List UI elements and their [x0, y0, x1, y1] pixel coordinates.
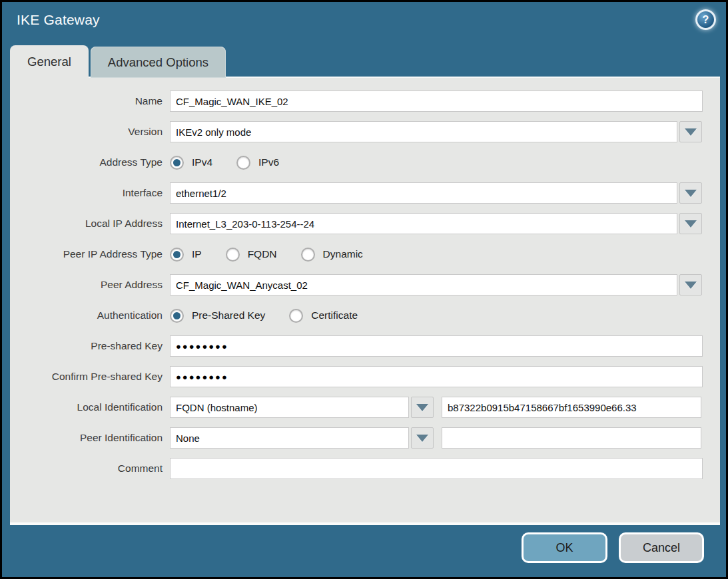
local-identification-value-input[interactable]: b87322b0915b47158667bf1653990e66.33 — [442, 397, 701, 418]
row-interface: Interface ethernet1/2 — [10, 182, 720, 204]
peer-ip-address-type-radio-group: IP FQDN Dynamic — [170, 248, 363, 262]
row-version: Version IKEv2 only mode — [10, 121, 720, 142]
address-type-radio-group: IPv4 IPv6 — [170, 156, 279, 170]
row-authentication: Authentication Pre-Shared Key Certificat… — [10, 305, 720, 326]
radio-dynamic[interactable]: Dynamic — [301, 248, 363, 262]
radio-unselected-icon — [289, 309, 303, 323]
dropdown-arrow-icon — [685, 282, 697, 289]
preshared-key-label: Pre-shared Key — [10, 340, 170, 352]
peer-ip-address-type-label: Peer IP Address Type — [10, 248, 170, 260]
authentication-radio-group: Pre-Shared Key Certificate — [170, 309, 358, 323]
peer-identification-type-select[interactable]: None — [170, 427, 409, 449]
radio-selected-icon — [170, 248, 184, 262]
ok-button[interactable]: OK — [522, 532, 607, 563]
radio-ipv6[interactable]: IPv6 — [236, 156, 279, 170]
authentication-label: Authentication — [10, 309, 170, 321]
local-ip-address-combo: Internet_L3_203-0-113-254--24 — [170, 213, 702, 234]
dropdown-arrow-icon — [416, 404, 428, 411]
local-ip-address-label: Local IP Address — [10, 218, 170, 230]
local-identification-type-select[interactable]: FQDN (hostname) — [170, 397, 409, 418]
dropdown-arrow-icon — [416, 435, 428, 442]
row-preshared-key: Pre-shared Key ●●●●●●●● — [10, 335, 720, 357]
peer-identification-type-combo: None — [170, 427, 434, 449]
radio-ip[interactable]: IP — [170, 248, 202, 262]
radio-unselected-icon — [226, 248, 240, 262]
interface-dropdown-button[interactable] — [679, 182, 702, 204]
local-ip-address-dropdown-button[interactable] — [679, 213, 702, 234]
version-label: Version — [10, 126, 170, 138]
interface-input[interactable]: ethernet1/2 — [170, 182, 677, 204]
row-local-ip-address: Local IP Address Internet_L3_203-0-113-2… — [10, 213, 720, 234]
interface-label: Interface — [10, 187, 170, 199]
local-identification-dropdown-button[interactable] — [411, 397, 434, 418]
dropdown-arrow-icon — [685, 220, 697, 228]
version-input[interactable]: IKEv2 only mode — [170, 121, 677, 142]
interface-combo: ethernet1/2 — [170, 182, 702, 204]
version-combo: IKEv2 only mode — [170, 121, 702, 142]
preshared-key-input[interactable]: ●●●●●●●● — [170, 335, 703, 357]
row-confirm-preshared-key: Confirm Pre-shared Key ●●●●●●●● — [10, 366, 720, 387]
comment-label: Comment — [10, 463, 170, 475]
tab-advanced-options[interactable]: Advanced Options — [91, 47, 226, 78]
comment-input[interactable] — [170, 458, 703, 479]
row-local-identification: Local Identification FQDN (hostname) b87… — [10, 397, 720, 418]
general-tab-panel: Name CF_Magic_WAN_IKE_02 Version IKEv2 o… — [10, 77, 720, 525]
radio-unselected-icon — [236, 156, 250, 170]
row-comment: Comment — [10, 458, 720, 479]
row-name: Name CF_Magic_WAN_IKE_02 — [10, 91, 720, 112]
peer-address-label: Peer Address — [10, 279, 170, 291]
radio-selected-icon — [170, 156, 184, 170]
row-peer-ip-address-type: Peer IP Address Type IP FQDN Dynamic — [10, 244, 720, 265]
dropdown-arrow-icon — [685, 190, 697, 197]
confirm-preshared-key-input[interactable]: ●●●●●●●● — [170, 366, 703, 387]
tab-general[interactable]: General — [10, 45, 89, 78]
radio-ipv4[interactable]: IPv4 — [170, 156, 212, 170]
dialog-title: IKE Gateway — [17, 12, 100, 28]
peer-address-input[interactable]: CF_Magic_WAN_Anycast_02 — [170, 274, 677, 295]
help-icon[interactable]: ? — [695, 9, 716, 30]
peer-identification-label: Peer Identification — [10, 432, 170, 444]
radio-pre-shared-key[interactable]: Pre-Shared Key — [170, 309, 265, 323]
peer-identification-dropdown-button[interactable] — [411, 427, 434, 449]
cancel-button[interactable]: Cancel — [619, 532, 704, 563]
radio-certificate[interactable]: Certificate — [289, 309, 358, 323]
local-identification-type-combo: FQDN (hostname) — [170, 397, 434, 418]
dropdown-arrow-icon — [685, 128, 697, 136]
ike-gateway-dialog: IKE Gateway ? General Advanced Options N… — [0, 0, 728, 579]
question-mark-glyph: ? — [703, 15, 709, 25]
row-peer-identification: Peer Identification None — [10, 427, 720, 449]
row-address-type: Address Type IPv4 IPv6 — [10, 152, 720, 173]
local-ip-address-input[interactable]: Internet_L3_203-0-113-254--24 — [170, 213, 677, 234]
confirm-preshared-key-label: Confirm Pre-shared Key — [10, 371, 170, 383]
version-dropdown-button[interactable] — [679, 121, 702, 142]
local-identification-label: Local Identification — [10, 401, 170, 413]
address-type-label: Address Type — [10, 156, 170, 168]
peer-identification-value-input[interactable] — [442, 427, 701, 449]
peer-address-dropdown-button[interactable] — [679, 274, 702, 295]
peer-address-combo: CF_Magic_WAN_Anycast_02 — [170, 274, 702, 295]
radio-unselected-icon — [301, 248, 315, 262]
name-label: Name — [10, 95, 170, 107]
name-input[interactable]: CF_Magic_WAN_IKE_02 — [170, 91, 703, 112]
radio-selected-icon — [170, 309, 184, 323]
radio-fqdn[interactable]: FQDN — [226, 248, 277, 262]
tab-bar: General Advanced Options — [10, 45, 226, 78]
row-peer-address: Peer Address CF_Magic_WAN_Anycast_02 — [10, 274, 720, 295]
